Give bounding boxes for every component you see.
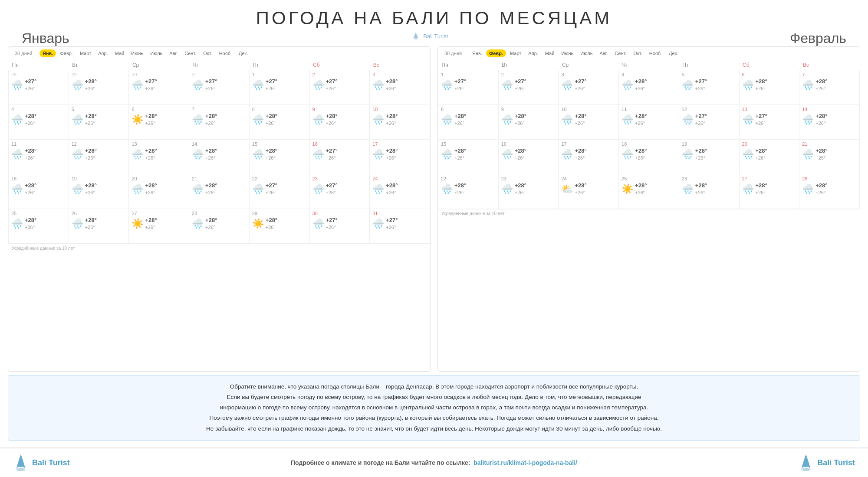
tab-apr-feb[interactable]: Апр. — [525, 49, 541, 57]
tab-jan-active[interactable]: Янв. — [39, 49, 56, 57]
rainy-icon: 🌧️ — [441, 115, 453, 124]
tab-mar-jan[interactable]: Март — [77, 49, 94, 57]
temp-high: +28° — [635, 147, 647, 155]
temp-low: +26° — [815, 85, 827, 91]
temp-high: +28° — [515, 147, 526, 155]
temp-high: +27° — [575, 78, 586, 85]
tab-feb-active[interactable]: Февр. — [486, 49, 506, 57]
temp-high: +27° — [326, 182, 338, 189]
footer: Bali Turist Подробнее о климате и погоде… — [0, 448, 868, 477]
rainy-icon: 🌧️ — [742, 115, 754, 124]
temp-low: +26° — [25, 120, 36, 126]
temp-high: +28° — [25, 217, 36, 224]
temp-low: +26° — [515, 85, 526, 91]
rainy-icon: 🌧️ — [132, 80, 143, 90]
page-header: ПОГОДА НА БАЛИ ПО МЕСЯЦАМ — [0, 0, 868, 30]
table-row: 7🌧️+28°+26° — [189, 105, 250, 140]
rainy-icon: 🌧️ — [682, 115, 694, 124]
tab-sep-feb[interactable]: Сент. — [612, 49, 629, 57]
rainy-icon: 🌧️ — [561, 80, 573, 90]
table-row: 4🌧️+28°+26° — [9, 105, 69, 140]
temp-low: +26° — [386, 224, 398, 230]
weekday-mon: Пн — [9, 60, 69, 70]
january-calendar: 30 дней Янв. Февр. Март Апр. Май Июнь Ию… — [8, 46, 431, 372]
table-row: 2🌧️+27°+26° — [498, 70, 559, 105]
table-row: 9🌧️+28°+26° — [309, 105, 370, 140]
sunny-icon: ☀️ — [132, 219, 143, 229]
temp-low: +26° — [575, 155, 586, 161]
tab-jun-feb[interactable]: Июнь — [558, 49, 576, 57]
temp-high: +28° — [386, 182, 398, 189]
rainy-icon: 🌧️ — [312, 184, 324, 194]
table-row: 18🌧️+28°+26° — [619, 140, 679, 174]
temp-low: +26° — [815, 155, 827, 161]
table-row: 6☀️+28°+26° — [129, 105, 189, 140]
table-row: 15🌧️+28°+26° — [249, 140, 309, 174]
tab-feb-jan[interactable]: Февр. — [57, 49, 76, 57]
table-row: 30🌧️+27°+26° — [129, 70, 189, 105]
tab-apr-jan[interactable]: Апр. — [95, 49, 111, 57]
sunny-icon: ☀️ — [132, 115, 143, 124]
tab-30days-feb[interactable]: 30 дней — [441, 49, 465, 57]
table-row: 9🌧️+28°+26° — [498, 105, 559, 140]
tab-sep-jan[interactable]: Сент. — [181, 49, 199, 57]
tab-oct-feb[interactable]: Окт. — [630, 49, 645, 57]
tab-may-feb[interactable]: Май — [542, 49, 558, 57]
temp-high: +28° — [85, 113, 97, 120]
tab-jan-feb[interactable]: Янв. — [469, 49, 485, 57]
calendars-wrapper: 30 дней Янв. Февр. Март Апр. Май Июнь Ию… — [0, 46, 868, 372]
table-row: 3🌧️+27°+26° — [559, 70, 619, 105]
table-row: 20🌧️+28°+26° — [739, 140, 799, 174]
tab-oct-jan[interactable]: Окт. — [200, 49, 215, 57]
weekday-fri-feb: Пт — [679, 60, 739, 70]
tab-aug-feb[interactable]: Авг. — [596, 49, 611, 57]
table-row: 6🌧️+28°+26° — [739, 70, 799, 105]
rainy-icon: 🌧️ — [561, 115, 573, 124]
tab-dec-jan[interactable]: Дек. — [236, 49, 251, 57]
temp-high: +27° — [266, 78, 277, 85]
table-row: 19🌧️+28°+26° — [69, 174, 129, 209]
tab-aug-jan[interactable]: Авг. — [166, 49, 181, 57]
weekday-fri: Пт — [249, 60, 309, 70]
tab-30days-jan[interactable]: 30 дней — [12, 49, 35, 57]
temp-low: +26° — [635, 189, 647, 196]
tab-nov-feb[interactable]: Нояб. — [646, 49, 665, 57]
temp-low: +26° — [205, 155, 217, 161]
temp-high: +28° — [454, 182, 466, 189]
weekday-mon-feb: Пн — [438, 60, 499, 70]
temp-high: +28° — [25, 147, 36, 155]
temp-high: +28° — [25, 182, 36, 189]
table-row: 23🌧️+27°+26° — [309, 174, 370, 209]
rainy-icon: 🌧️ — [11, 219, 23, 229]
temp-high: +28° — [326, 113, 338, 120]
table-row: 11🌧️+28°+26° — [9, 140, 69, 174]
temp-low: +26° — [85, 120, 97, 126]
temp-high: +27° — [454, 78, 466, 85]
temp-high: +27° — [756, 113, 767, 120]
tab-dec-feb[interactable]: Дек. — [666, 49, 681, 57]
temp-high: +28° — [386, 113, 398, 120]
temp-high: +28° — [145, 113, 157, 120]
tab-nov-jan[interactable]: Нояб. — [216, 49, 235, 57]
brand-logo-center: Bali Turist — [411, 31, 448, 41]
temp-high: +28° — [145, 147, 157, 155]
temp-low: +26° — [25, 155, 36, 161]
temp-low: +26° — [386, 120, 398, 126]
tab-mar-feb[interactable]: Март — [507, 49, 524, 57]
table-row: 16🌧️+28°+26° — [498, 140, 559, 174]
tab-jul-feb[interactable]: Июль — [577, 49, 595, 57]
rainy-icon: 🌧️ — [312, 115, 324, 124]
temp-high: +28° — [205, 147, 217, 155]
tab-may-jan[interactable]: Май — [112, 49, 128, 57]
table-row: 7🌧️+28°+26° — [799, 70, 860, 105]
table-row: 10🌧️+28°+26° — [370, 105, 430, 140]
tab-jun-jan[interactable]: Июнь — [128, 49, 146, 57]
tab-jul-jan[interactable]: Июль — [147, 49, 165, 57]
table-row: 19🌧️+28°+26° — [679, 140, 739, 174]
rainy-icon: 🌧️ — [561, 150, 573, 159]
temp-high: +28° — [575, 182, 586, 189]
table-row: 1🌧️+27°+26° — [438, 70, 499, 105]
temp-high: +27° — [695, 78, 707, 85]
table-row: 4🌧️+28°+26° — [619, 70, 679, 105]
table-row: 20🌧️+28°+26° — [129, 174, 189, 209]
